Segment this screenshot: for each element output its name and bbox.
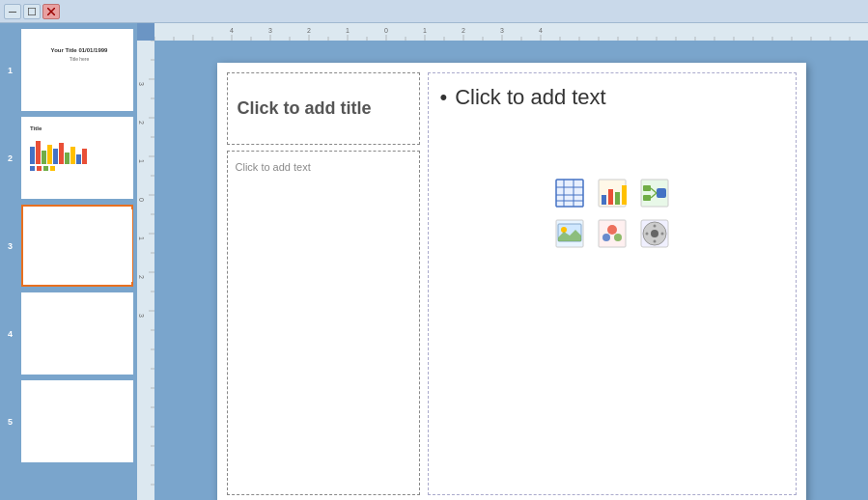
clip-art-icon[interactable] bbox=[595, 216, 630, 251]
right-placeholder-row: • Click to add text bbox=[440, 85, 606, 110]
ruler-and-slide: 3 2 1 0 1 bbox=[137, 41, 868, 500]
thumb1-title: Your Title 01/01/1999 bbox=[32, 47, 126, 53]
smartart-icon[interactable] bbox=[637, 176, 672, 210]
svg-rect-95 bbox=[622, 185, 627, 205]
title-placeholder-text[interactable]: Click to add title bbox=[238, 98, 372, 119]
svg-point-114 bbox=[645, 233, 648, 236]
slide-workspace: Click to add title Click to add text bbox=[154, 41, 868, 500]
svg-rect-98 bbox=[643, 195, 651, 201]
workspace: 4 3 2 1 0 1 bbox=[137, 23, 868, 500]
slide-number-1: 1 bbox=[8, 66, 13, 75]
slide-thumb-1: Your Title 01/01/1999 Title here bbox=[26, 34, 132, 106]
slide-panel: 1 Your Title 01/01/1999 Title here 2 Tit… bbox=[0, 23, 137, 500]
svg-point-112 bbox=[653, 225, 656, 228]
slide-number-5: 5 bbox=[8, 417, 13, 427]
ruler-top-svg: 4 3 2 1 0 1 bbox=[154, 23, 868, 41]
slide-number-2: 2 bbox=[8, 153, 13, 163]
slide-left-column: Click to add title Click to add text bbox=[227, 72, 420, 495]
svg-text:0: 0 bbox=[384, 27, 388, 34]
slide-number-4: 4 bbox=[8, 329, 13, 339]
svg-point-115 bbox=[660, 233, 663, 236]
svg-point-111 bbox=[651, 230, 658, 237]
thumb2-title-label: Title bbox=[30, 125, 128, 131]
title-placeholder[interactable]: Click to add title bbox=[227, 72, 420, 145]
thumb1-subtitle: Title here bbox=[32, 56, 126, 62]
slide-item-1[interactable]: 1 Your Title 01/01/1999 Title here bbox=[21, 29, 133, 111]
ruler-top: 4 3 2 1 0 1 bbox=[154, 23, 868, 41]
media-icon[interactable] bbox=[637, 216, 672, 251]
slide-thumb-5 bbox=[26, 385, 132, 458]
svg-rect-4 bbox=[154, 23, 868, 41]
svg-text:1: 1 bbox=[423, 27, 427, 34]
svg-rect-94 bbox=[615, 192, 620, 205]
svg-rect-97 bbox=[643, 185, 651, 191]
slide-right-column[interactable]: • Click to add text bbox=[428, 72, 797, 495]
svg-rect-52 bbox=[137, 41, 154, 500]
svg-rect-85 bbox=[556, 180, 583, 207]
svg-text:2: 2 bbox=[307, 27, 311, 34]
svg-point-108 bbox=[614, 234, 622, 241]
svg-text:1: 1 bbox=[138, 236, 145, 240]
svg-text:3: 3 bbox=[138, 82, 145, 86]
svg-text:4: 4 bbox=[539, 27, 543, 34]
svg-rect-99 bbox=[657, 188, 666, 198]
svg-point-113 bbox=[653, 240, 656, 243]
slide-page: Click to add title Click to add text bbox=[217, 63, 806, 500]
text-placeholder[interactable]: Click to add text bbox=[227, 151, 420, 495]
svg-point-106 bbox=[607, 225, 617, 235]
svg-text:1: 1 bbox=[138, 159, 145, 163]
thumb2-chart bbox=[30, 135, 128, 164]
slide-thumb-4 bbox=[26, 297, 132, 370]
svg-text:4: 4 bbox=[230, 27, 234, 34]
maximize-button[interactable] bbox=[23, 4, 41, 19]
minimize-button[interactable] bbox=[4, 4, 21, 19]
chart-icon[interactable] bbox=[595, 176, 630, 210]
svg-text:1: 1 bbox=[346, 27, 350, 34]
slide-thumb-3 bbox=[26, 209, 132, 282]
close-button[interactable] bbox=[42, 4, 60, 19]
svg-rect-0 bbox=[9, 12, 16, 13]
icon-row-2 bbox=[552, 216, 672, 251]
svg-text:3: 3 bbox=[268, 27, 272, 34]
svg-text:3: 3 bbox=[500, 27, 504, 34]
slide-item-2[interactable]: 2 Title bbox=[21, 117, 133, 199]
right-placeholder-text[interactable]: Click to add text bbox=[455, 85, 606, 110]
content-icons bbox=[552, 176, 672, 251]
icon-row-1 bbox=[552, 176, 672, 210]
slide-item-3[interactable]: 3 bbox=[21, 205, 133, 287]
svg-text:2: 2 bbox=[462, 27, 465, 34]
svg-text:2: 2 bbox=[138, 275, 145, 279]
slide-thumb-2: Title bbox=[26, 122, 132, 194]
table-icon[interactable] bbox=[552, 176, 587, 210]
slide-number-3: 3 bbox=[8, 241, 13, 251]
main-area: 1 Your Title 01/01/1999 Title here 2 Tit… bbox=[0, 23, 868, 500]
svg-text:3: 3 bbox=[138, 314, 145, 318]
text-placeholder-text[interactable]: Click to add text bbox=[236, 161, 311, 173]
slide-content: Click to add title Click to add text bbox=[217, 63, 806, 500]
svg-rect-93 bbox=[608, 189, 613, 205]
slide-item-5[interactable]: 5 bbox=[21, 380, 133, 462]
svg-text:0: 0 bbox=[138, 198, 145, 202]
ruler-left-svg: 3 2 1 0 1 bbox=[137, 41, 154, 500]
bullet-point: • bbox=[440, 85, 448, 110]
svg-rect-1 bbox=[28, 8, 36, 15]
svg-rect-92 bbox=[602, 195, 606, 205]
slide-item-4[interactable]: 4 bbox=[21, 292, 133, 375]
svg-point-107 bbox=[602, 234, 610, 241]
svg-text:2: 2 bbox=[138, 121, 145, 125]
top-bar bbox=[0, 0, 868, 23]
ruler-left: 3 2 1 0 1 bbox=[137, 41, 154, 500]
picture-icon[interactable] bbox=[552, 216, 587, 251]
